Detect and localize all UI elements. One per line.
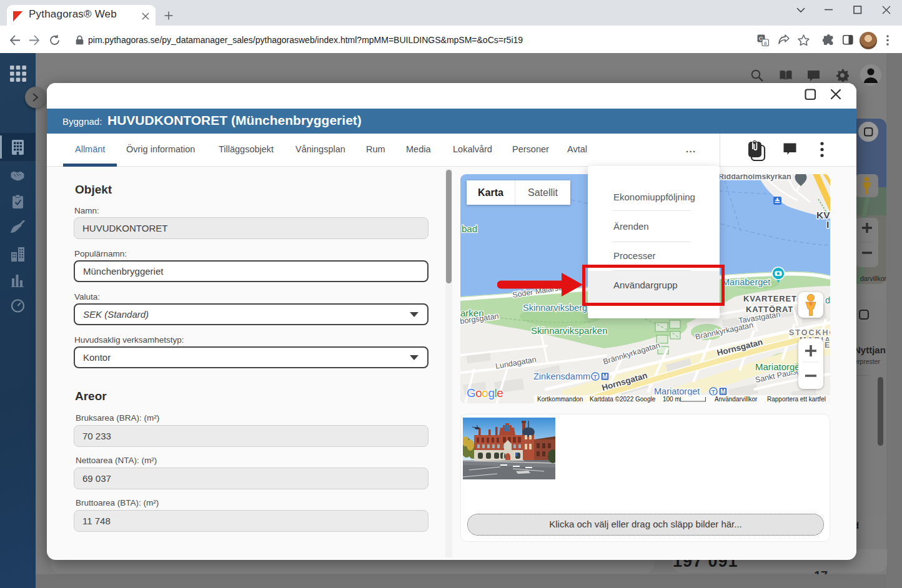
svg-text:Mariaberget: Mariaberget (722, 277, 770, 287)
svg-text:T: T (593, 373, 597, 380)
svg-text:EN: EN (825, 341, 830, 350)
svg-text:Zinkensdamm: Zinkensdamm (533, 371, 590, 381)
svg-text:ds: ds (825, 295, 830, 305)
svg-text:KVARTERET: KVARTERET (743, 294, 797, 303)
svg-text:M: M (602, 373, 607, 380)
svg-text:Mariatorget: Mariatorget (755, 361, 803, 372)
svg-text:bad: bad (462, 223, 477, 234)
svg-text:Skinnarviksparken: Skinnarviksparken (531, 325, 608, 336)
svg-text:Riddarholmskyrkan: Riddarholmskyrkan (718, 174, 791, 181)
svg-text:M: M (720, 388, 725, 395)
svg-text:a: a (764, 40, 767, 46)
svg-text:KATTÖRAT: KATTÖRAT (746, 305, 793, 314)
svg-text:I: I (826, 219, 829, 230)
svg-text:T: T (711, 388, 715, 395)
